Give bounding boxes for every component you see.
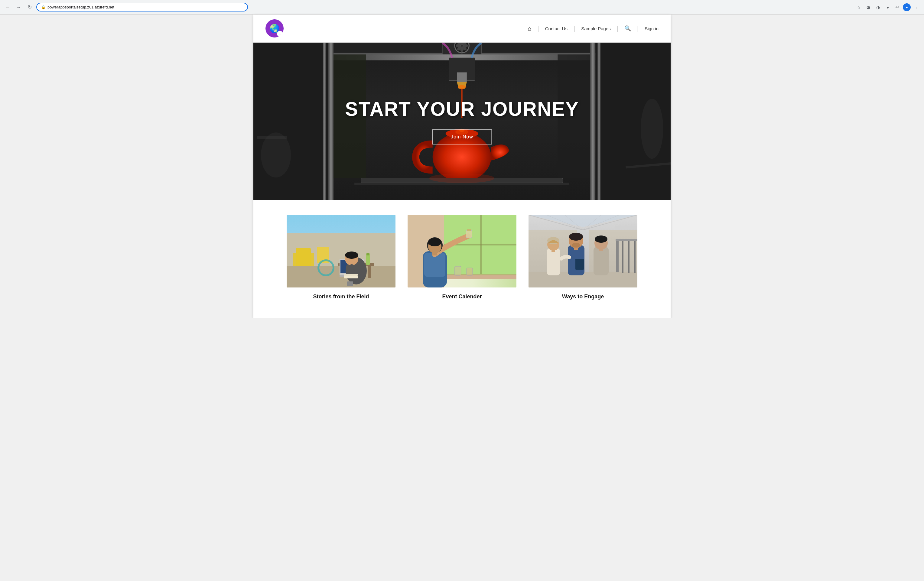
svg-rect-94 xyxy=(547,248,560,276)
bookmark-button[interactable]: ☆ xyxy=(855,3,863,12)
hero-left-panel xyxy=(253,43,328,200)
card-engage-title: Ways to Engage xyxy=(562,294,604,300)
card-events: Event Calender xyxy=(408,215,516,300)
svg-rect-91 xyxy=(622,241,624,273)
svg-rect-92 xyxy=(628,241,630,273)
svg-rect-3 xyxy=(323,43,326,200)
svg-point-1 xyxy=(261,132,291,177)
card-engage-image xyxy=(528,215,637,287)
card-stories-title: Stories from the Field xyxy=(313,294,369,300)
card-stories: Stories from the Field xyxy=(287,215,396,300)
svg-rect-69 xyxy=(454,266,461,276)
svg-rect-60 xyxy=(344,276,358,278)
refresh-button[interactable]: ↻ xyxy=(25,3,34,12)
svg-rect-93 xyxy=(634,241,635,273)
extensions-button[interactable]: ⚯ xyxy=(893,3,902,12)
svg-rect-59 xyxy=(347,281,353,286)
join-now-button[interactable]: Join Now xyxy=(432,129,492,145)
nav-divider-1: | xyxy=(538,25,539,32)
signin-link[interactable]: Sign in xyxy=(645,26,658,31)
svg-point-22 xyxy=(461,45,464,47)
svg-rect-89 xyxy=(616,239,619,272)
site-nav: ⌂ | Contact Us | Sample Pages | 🔍 | Sign… xyxy=(528,25,658,32)
nav-divider-2: | xyxy=(574,25,575,32)
svg-rect-43 xyxy=(296,248,311,266)
svg-rect-7 xyxy=(597,43,601,200)
svg-rect-54 xyxy=(366,254,370,265)
svg-rect-103 xyxy=(575,259,584,270)
card-stories-image xyxy=(287,215,396,287)
profile-sync-button[interactable]: ◕ xyxy=(864,3,873,12)
svg-point-37 xyxy=(429,173,494,183)
events-image-svg xyxy=(408,215,516,287)
website-container: 🌏 ↓ ⌂ | Contact Us | Sample Pages | 🔍 | … xyxy=(253,15,671,318)
svg-rect-25 xyxy=(590,43,595,200)
download-badge: ↓ xyxy=(277,31,283,37)
nav-divider-4: | xyxy=(637,25,639,32)
home-icon[interactable]: ⌂ xyxy=(528,25,531,32)
svg-point-5 xyxy=(641,99,663,159)
svg-rect-74 xyxy=(467,229,471,231)
svg-rect-2 xyxy=(257,136,287,139)
card-events-image xyxy=(408,215,516,287)
stories-image-svg xyxy=(287,215,396,287)
svg-rect-0 xyxy=(253,43,328,200)
browser-actions: ☆ ◕ ◑ ● ⚯ ● ⋮ xyxy=(855,3,921,12)
search-icon[interactable]: 🔍 xyxy=(624,25,631,32)
hero-right-panel xyxy=(596,43,671,200)
menu-button[interactable]: ⋮ xyxy=(912,3,921,12)
engage-image-svg xyxy=(528,215,637,287)
svg-rect-90 xyxy=(615,239,637,241)
lock-icon: 🔒 xyxy=(41,5,46,9)
site-header: 🌏 ↓ ⌂ | Contact Us | Sample Pages | 🔍 | … xyxy=(253,15,671,43)
sample-pages-link[interactable]: Sample Pages xyxy=(581,26,611,31)
hero-section: START YOUR JOURNEY Join Now xyxy=(253,43,671,200)
svg-rect-104 xyxy=(594,247,609,276)
svg-point-101 xyxy=(572,243,580,248)
svg-point-77 xyxy=(428,238,441,246)
svg-rect-107 xyxy=(599,249,603,251)
hero-title: START YOUR JOURNEY xyxy=(345,98,579,120)
svg-rect-24 xyxy=(328,43,333,200)
svg-rect-78 xyxy=(432,252,437,256)
card-events-title: Event Calender xyxy=(442,294,482,300)
browser-chrome: ← → ↻ 🔒 powerappsportalsetup.z01.azurefd… xyxy=(0,0,924,15)
address-bar[interactable]: 🔒 powerappsportalsetup.z01.azurefd.net xyxy=(36,3,248,12)
svg-rect-55 xyxy=(366,253,370,256)
url-text: powerappsportalsetup.z01.azurefd.net xyxy=(48,5,114,9)
contact-us-link[interactable]: Contact Us xyxy=(545,26,568,31)
user-profile-button[interactable]: ● xyxy=(903,3,911,11)
cards-section: Stories from the Field xyxy=(253,200,671,318)
svg-rect-50 xyxy=(368,266,371,278)
logo-circle: 🌏 ↓ xyxy=(266,19,284,38)
shield-button[interactable]: ◑ xyxy=(874,3,882,12)
site-logo[interactable]: 🌏 ↓ xyxy=(266,19,284,38)
forward-button[interactable]: → xyxy=(15,3,23,12)
back-button[interactable]: ← xyxy=(3,3,12,12)
hero-content: START YOUR JOURNEY Join Now xyxy=(345,98,579,145)
svg-rect-45 xyxy=(311,253,314,266)
nav-divider-3: | xyxy=(617,25,618,32)
svg-point-100 xyxy=(569,233,583,241)
svg-rect-27 xyxy=(457,72,467,82)
card-engage: Ways to Engage xyxy=(528,215,637,300)
svg-rect-44 xyxy=(293,253,296,266)
svg-rect-70 xyxy=(467,268,473,276)
svg-rect-102 xyxy=(574,248,578,250)
svg-point-58 xyxy=(345,251,358,259)
svg-point-106 xyxy=(595,236,607,243)
svg-point-29 xyxy=(458,85,466,89)
settings-button[interactable]: ● xyxy=(883,3,892,12)
svg-rect-97 xyxy=(551,249,555,252)
svg-rect-61 xyxy=(344,274,358,276)
